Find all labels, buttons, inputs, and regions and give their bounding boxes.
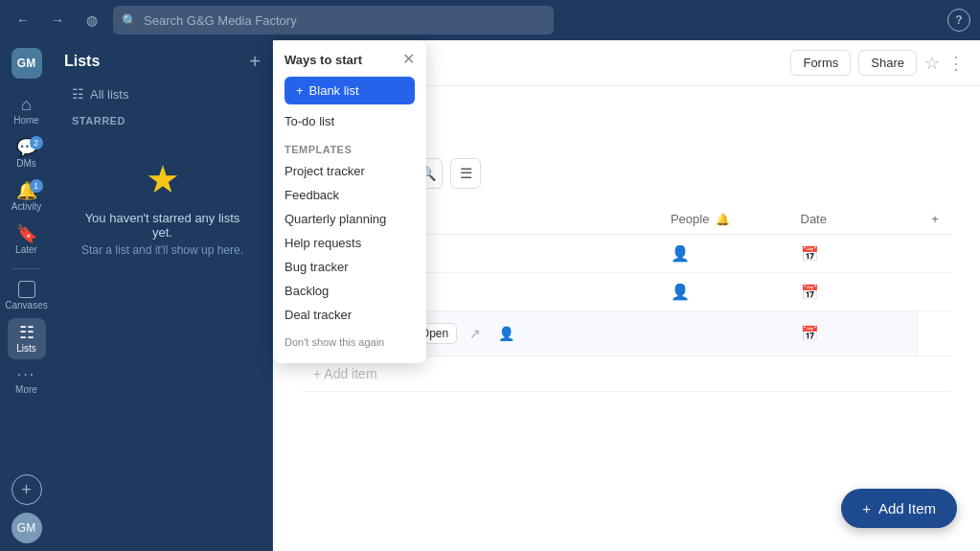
ways-to-start-header: Ways to start ✕ bbox=[273, 52, 426, 77]
sidebar-item-lists[interactable]: ☷ Lists bbox=[8, 318, 46, 359]
starred-empty-state: ★ You haven't starred any lists yet. Sta… bbox=[64, 138, 261, 276]
lists-panel-title: Lists bbox=[64, 53, 100, 70]
template-deal-tracker[interactable]: Deal tracker bbox=[273, 303, 426, 327]
workspace-avatar[interactable]: GM bbox=[11, 48, 42, 79]
favorite-button[interactable]: ☆ bbox=[924, 53, 940, 74]
templates-section-label: Templates bbox=[273, 134, 426, 159]
topbar-right: ? bbox=[947, 9, 970, 32]
dont-show-again-button[interactable]: Don't show this again bbox=[273, 327, 426, 348]
fab-plus-icon: + bbox=[862, 500, 871, 517]
later-icon: 🔖 bbox=[16, 225, 37, 242]
search-input[interactable] bbox=[113, 6, 554, 34]
sidebar-item-label: Lists bbox=[16, 343, 36, 354]
template-project-tracker[interactable]: Project tracker bbox=[273, 159, 426, 183]
expand-button[interactable]: ↗ bbox=[463, 321, 488, 346]
more-icon: ··· bbox=[17, 367, 35, 382]
assign-person-button[interactable]: 👤 bbox=[493, 321, 518, 346]
calendar-icon: 📅 bbox=[801, 245, 819, 262]
all-lists-label: All lists bbox=[90, 87, 128, 102]
lists-icon: ☷ bbox=[19, 324, 34, 341]
filter-button[interactable]: ☰ bbox=[450, 158, 481, 189]
ways-to-start-title: Ways to start bbox=[285, 53, 362, 67]
main-layout: GM ⌂ Home 💬 DMs 2 🔔 Activity 1 🔖 Later C… bbox=[0, 40, 980, 551]
starred-empty-subtitle: Star a list and it'll show up here. bbox=[81, 243, 243, 257]
template-feedback[interactable]: Feedback bbox=[273, 183, 426, 207]
sidebar-item-activity[interactable]: 🔔 Activity 1 bbox=[8, 176, 46, 218]
help-button[interactable]: ? bbox=[947, 9, 970, 32]
bell-icon: 🔔 bbox=[716, 213, 730, 226]
sidebar-item-more[interactable]: ··· More bbox=[8, 361, 46, 401]
add-workspace-button[interactable]: + bbox=[11, 474, 42, 505]
star-icon: ★ bbox=[146, 157, 180, 201]
calendar-icon: 📅 bbox=[801, 284, 819, 300]
sidebar: GM ⌂ Home 💬 DMs 2 🔔 Activity 1 🔖 Later C… bbox=[0, 40, 53, 551]
sidebar-item-label: Later bbox=[15, 244, 37, 255]
sidebar-item-canvases[interactable]: Canvases bbox=[8, 275, 46, 316]
all-lists-button[interactable]: ☷ All lists bbox=[64, 80, 261, 107]
canvases-icon bbox=[18, 281, 35, 298]
forms-button[interactable]: Forms bbox=[790, 50, 851, 76]
row-date-cell: 📅 bbox=[789, 273, 920, 311]
user-avatar[interactable]: GM bbox=[11, 513, 42, 543]
row-people-cell bbox=[659, 311, 789, 356]
sidebar-item-label: Home bbox=[13, 115, 39, 126]
template-quarterly-planning[interactable]: Quarterly planning bbox=[273, 207, 426, 231]
share-button[interactable]: Share bbox=[858, 50, 917, 76]
ways-to-start-close[interactable]: ✕ bbox=[402, 52, 415, 67]
sidebar-bottom: + GM bbox=[11, 474, 42, 543]
add-list-button[interactable]: + bbox=[249, 52, 261, 71]
template-bug-tracker[interactable]: Bug tracker bbox=[273, 255, 426, 279]
people-column-header: People 🔔 bbox=[659, 204, 789, 235]
forward-button[interactable]: → bbox=[44, 7, 71, 34]
sidebar-item-label: Canvases bbox=[5, 300, 47, 310]
sidebar-item-dms[interactable]: 💬 DMs 2 bbox=[8, 133, 46, 174]
calendar-icon: 📅 bbox=[801, 325, 819, 341]
row-people-cell: 👤 bbox=[659, 235, 789, 273]
add-item-fab[interactable]: + Add Item bbox=[841, 489, 957, 528]
ways-to-start-panel: Ways to start ✕ + Blank list To-do list … bbox=[273, 40, 426, 363]
fab-label: Add Item bbox=[878, 500, 936, 517]
template-backlog[interactable]: Backlog bbox=[273, 279, 426, 303]
todo-list-item[interactable]: To-do list bbox=[273, 108, 426, 134]
person-icon: 👤 bbox=[671, 284, 690, 300]
sidebar-divider bbox=[12, 268, 41, 269]
starred-empty-title: You haven't starred any lists yet. bbox=[74, 211, 251, 240]
row-people-cell: 👤 bbox=[659, 273, 789, 311]
back-button[interactable]: ← bbox=[10, 7, 36, 34]
lists-header: Lists + bbox=[64, 52, 261, 71]
search-wrapper: 🔍 bbox=[113, 6, 554, 34]
dms-badge: 2 bbox=[30, 136, 43, 149]
history-button[interactable]: ◍ bbox=[79, 7, 105, 34]
sidebar-item-label: DMs bbox=[16, 158, 36, 169]
sidebar-item-later[interactable]: 🔖 Later bbox=[8, 219, 46, 261]
topbar: ← → ◍ 🔍 ? bbox=[0, 0, 980, 40]
sidebar-item-home[interactable]: ⌂ Home bbox=[8, 90, 46, 131]
more-options-button[interactable]: ⋮ bbox=[947, 53, 965, 74]
lists-panel: Lists + ☷ All lists Starred ★ You haven'… bbox=[53, 40, 273, 551]
sidebar-item-label: Activity bbox=[11, 201, 42, 212]
starred-section-label: Starred bbox=[64, 115, 261, 126]
row-date-cell: 📅 bbox=[789, 311, 920, 356]
template-help-requests[interactable]: Help requests bbox=[273, 231, 426, 255]
plus-icon: + bbox=[296, 83, 304, 98]
sidebar-item-label: More bbox=[15, 384, 37, 395]
blank-list-button[interactable]: + Blank list bbox=[285, 77, 415, 104]
home-icon: ⌂ bbox=[21, 96, 32, 113]
blank-list-label: Blank list bbox=[309, 83, 359, 98]
person-icon: 👤 bbox=[671, 245, 690, 262]
activity-badge: 1 bbox=[30, 179, 43, 193]
row-date-cell: 📅 bbox=[789, 235, 920, 273]
add-column-header[interactable]: + bbox=[919, 204, 951, 235]
date-column-header: Date bbox=[789, 204, 920, 235]
all-lists-icon: ☷ bbox=[72, 86, 84, 102]
fab-container: + Add Item bbox=[841, 489, 957, 528]
